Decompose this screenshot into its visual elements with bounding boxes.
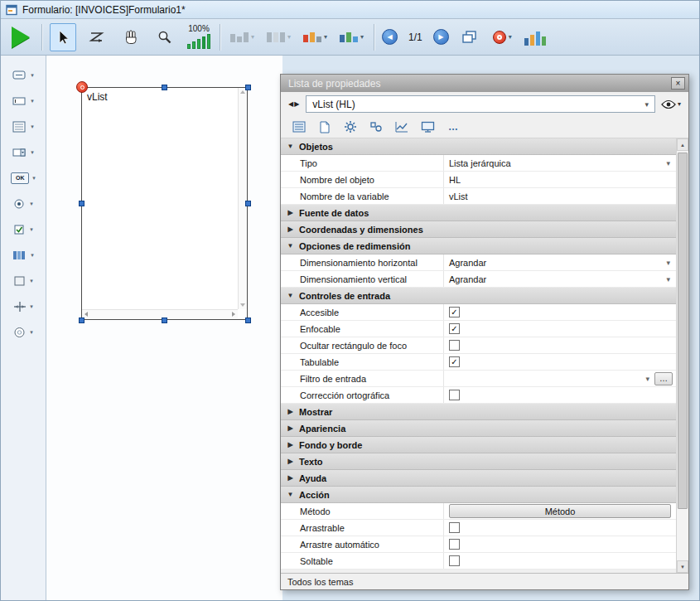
section-header[interactable]: ▶Fuente de datos: [281, 205, 676, 221]
selection-handle-left[interactable]: [79, 201, 84, 206]
hand-tool-button[interactable]: [118, 23, 144, 51]
scrollbar-down-icon[interactable]: ▼: [677, 560, 688, 573]
chevron-down-icon[interactable]: ▾: [666, 159, 670, 167]
object-horizontal-scrollbar[interactable]: [82, 309, 238, 319]
entry-order-tool-button[interactable]: [84, 23, 110, 51]
tool-rectangle[interactable]: ▾: [1, 268, 46, 293]
panel-titlebar[interactable]: Lista de propiedades ×: [281, 75, 688, 92]
property-row: Tabulable✓: [281, 354, 676, 371]
selection-handle-bottom-right[interactable]: [245, 317, 251, 323]
section-header[interactable]: ▶Coordenadas y dimensiones: [281, 221, 676, 238]
tool-listbox[interactable]: ▾: [1, 114, 46, 139]
property-row: Enfocable✓: [281, 321, 676, 337]
section-header[interactable]: ▼Controles de entrada: [281, 288, 676, 304]
zoom-tool-button[interactable]: [152, 23, 178, 51]
property-value[interactable]: ▾…: [444, 371, 676, 386]
section-header[interactable]: ▼Acción: [281, 487, 676, 503]
section-header[interactable]: ▶Fondo y borde: [281, 437, 676, 453]
checkbox[interactable]: [449, 555, 460, 566]
section-header[interactable]: ▶Apariencia: [281, 420, 676, 437]
theme-coordinates-icon[interactable]: [368, 119, 384, 134]
tool-combobox[interactable]: ▾: [1, 139, 46, 165]
checkbox[interactable]: ✓: [449, 356, 460, 367]
theme-more-icon[interactable]: …: [445, 119, 461, 134]
level-menu-button[interactable]: ▾: [301, 31, 330, 44]
object-events-badge[interactable]: [76, 81, 88, 93]
property-row: Filtro de entrada▾…: [281, 371, 676, 387]
theme-display-icon[interactable]: [419, 119, 436, 134]
object-vertical-scrollbar[interactable]: [238, 88, 247, 309]
theme-resize-chart-icon[interactable]: [393, 119, 410, 134]
close-icon[interactable]: ×: [671, 77, 685, 90]
zoom-control[interactable]: 100%: [186, 25, 212, 49]
window-titlebar: Formulario: [INVOICES]Formulario1*: [1, 1, 699, 19]
checkbox[interactable]: [449, 539, 460, 550]
property-label: Enfocable: [281, 321, 444, 337]
property-value[interactable]: HL: [444, 172, 676, 187]
select-tool-button[interactable]: [50, 23, 76, 51]
selection-handle-top-right[interactable]: [245, 85, 251, 90]
selection-handle-right[interactable]: [245, 201, 251, 206]
theme-gear-icon[interactable]: [342, 119, 359, 134]
property-value[interactable]: Lista jerárquica▾: [444, 155, 676, 171]
previous-page-button[interactable]: ◀: [382, 29, 398, 45]
toolbar-separator: [41, 24, 42, 51]
chevron-right-icon: ▶: [287, 474, 294, 482]
scrollbar-up-icon[interactable]: ▲: [677, 138, 688, 151]
theme-filter-toolbar: …: [281, 116, 688, 138]
property-value[interactable]: Agrandar▾: [444, 271, 676, 287]
selection-handle-bottom-left[interactable]: [79, 317, 84, 323]
text-input-tool-icon: [12, 95, 27, 107]
next-page-button[interactable]: ▶: [433, 29, 449, 45]
property-grid: ▼ObjetosTipoLista jerárquica▾Nombre del …: [281, 138, 676, 573]
events-menu-button[interactable]: ▾: [490, 29, 514, 46]
chevron-down-icon: ▾: [30, 226, 33, 233]
tool-text-input[interactable]: ▾: [1, 88, 46, 114]
chevron-down-icon: ▾: [31, 98, 34, 104]
property-value[interactable]: Agrandar▾: [444, 254, 676, 270]
zoom-bars-icon[interactable]: [187, 34, 210, 49]
form-pages-button[interactable]: [456, 23, 483, 51]
theme-page-icon[interactable]: [316, 119, 333, 134]
scrollbar-thumb[interactable]: [678, 153, 688, 509]
method-button[interactable]: Método: [449, 504, 671, 518]
checkbox[interactable]: ✓: [449, 307, 460, 317]
hierarchical-list-object[interactable]: vList: [81, 87, 248, 320]
checkbox[interactable]: [449, 390, 460, 400]
selection-handle-top[interactable]: [162, 85, 167, 90]
grid-menu-button[interactable]: ▾: [337, 31, 366, 44]
section-header[interactable]: ▼Opciones de redimensión: [281, 238, 676, 254]
tool-button-bar[interactable]: ▾: [1, 242, 46, 268]
object-prev-next-icon[interactable]: ◀▶: [288, 100, 300, 108]
section-header[interactable]: ▶Ayuda: [281, 470, 676, 487]
next-arrow-icon: ▶: [438, 33, 443, 41]
chevron-down-icon[interactable]: ▾: [666, 259, 670, 267]
tool-splitter[interactable]: ▾: [1, 293, 46, 319]
section-label: Fondo y borde: [299, 440, 362, 450]
ellipsis-button[interactable]: …: [654, 372, 673, 385]
chevron-down-icon[interactable]: ▾: [645, 375, 649, 383]
section-header[interactable]: ▶Mostrar: [281, 404, 676, 420]
views-button[interactable]: [522, 23, 548, 51]
panel-scrollbar[interactable]: ▲ ▼: [676, 138, 688, 573]
play-icon: [12, 27, 30, 48]
checkbox[interactable]: [449, 522, 460, 533]
view-options-button[interactable]: ▾: [661, 99, 681, 109]
form-canvas[interactable]: vList: [46, 56, 282, 600]
property-value: [444, 337, 676, 353]
tool-oval[interactable]: ▾: [1, 319, 46, 345]
chevron-down-icon[interactable]: ▾: [666, 275, 670, 284]
theme-list-icon[interactable]: [291, 119, 307, 134]
checkbox[interactable]: [449, 340, 460, 351]
tool-ok-button[interactable]: OK ▾: [1, 165, 46, 191]
checkbox[interactable]: ✓: [449, 323, 460, 334]
property-value[interactable]: vList: [444, 188, 676, 204]
tool-button[interactable]: ▾: [1, 62, 46, 88]
section-header[interactable]: ▼Objetos: [281, 138, 676, 155]
selection-handle-bottom[interactable]: [162, 317, 167, 323]
run-form-button[interactable]: [7, 23, 34, 51]
section-header[interactable]: ▶Texto: [281, 453, 676, 470]
tool-checkbox[interactable]: ▾: [1, 216, 46, 242]
tool-radio-button[interactable]: ▾: [1, 191, 46, 216]
object-selector-combobox[interactable]: vList (HL) ▾: [306, 95, 655, 113]
